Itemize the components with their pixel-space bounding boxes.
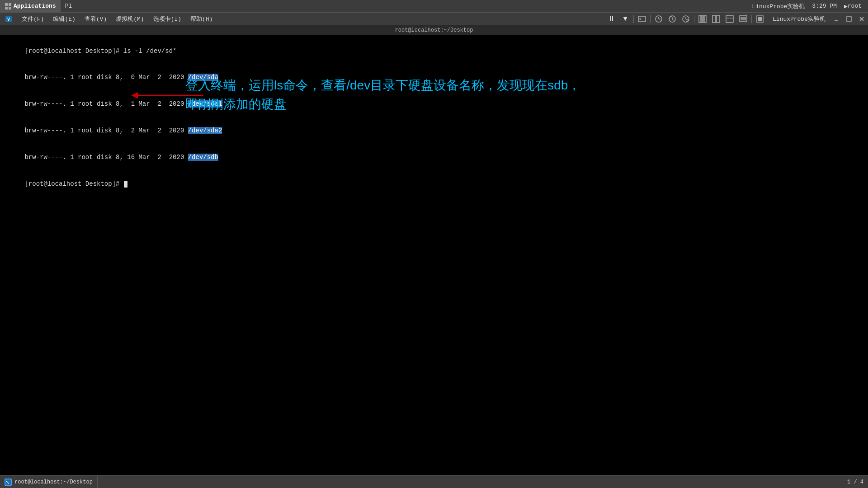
places-menu[interactable]: Pl	[61, 0, 77, 13]
maximize-button[interactable]	[843, 13, 855, 25]
terminal-content[interactable]: [root@localhost Desktop]# ls -l /dev/sd*…	[0, 35, 868, 488]
terminal-output-4: brw-rw----. 1 root disk 8, 16 Mar 2 2020…	[2, 144, 866, 171]
minimize-button[interactable]	[830, 13, 843, 25]
svg-line-14	[672, 19, 674, 20]
terminal-window: V 文件(F) 编辑(E) 查看(V) 虚拟机(M) 选项卡(I) 帮助(H) …	[0, 13, 868, 488]
svg-rect-19	[700, 16, 705, 22]
bottom-bar-right: 1 / 4	[843, 479, 868, 485]
terminal-line-1: [root@localhost Desktop]# ls -l /dev/sd*	[2, 38, 866, 65]
terminal-titlebar: V 文件(F) 编辑(E) 查看(V) 虚拟机(M) 选项卡(I) 帮助(H) …	[0, 13, 868, 25]
terminal-cursor	[124, 181, 127, 188]
svg-rect-28	[835, 20, 838, 21]
svg-text:V: V	[7, 17, 10, 22]
applications-icon	[5, 3, 12, 10]
view3-button[interactable]	[723, 14, 736, 24]
snapshot-button[interactable]	[652, 14, 665, 24]
svg-rect-21	[717, 15, 720, 23]
view2-button[interactable]	[710, 14, 722, 24]
svg-rect-1	[9, 3, 11, 6]
close-button[interactable]	[855, 13, 868, 25]
svg-rect-27	[758, 17, 762, 21]
toolbar-sep4	[751, 15, 752, 23]
terminal-menu-help[interactable]: 帮助(H)	[186, 13, 217, 25]
svg-rect-25	[741, 17, 746, 20]
taskbar-terminal-label: root@localhost:~/Desktop	[14, 479, 93, 485]
taskbar-terminal[interactable]: root@localhost:~/Desktop	[0, 476, 98, 488]
svg-rect-2	[5, 7, 8, 9]
terminal-vmware-icon[interactable]: V	[0, 13, 17, 25]
terminal-menu-tabs[interactable]: 选项卡(I)	[149, 13, 186, 25]
svg-rect-22	[726, 15, 733, 23]
terminal-menu-file[interactable]: 文件(F)	[17, 13, 48, 25]
terminal-menu-edit[interactable]: 编辑(E)	[48, 13, 80, 25]
pause-button[interactable]: ⏸	[605, 14, 618, 24]
svg-rect-0	[5, 3, 8, 6]
places-label: Pl	[65, 3, 72, 9]
toolbar-sep2	[650, 15, 651, 23]
terminal-output-3: brw-rw----. 1 root disk 8, 2 Mar 2 2020 …	[2, 117, 866, 144]
terminal-line-2: [root@localhost Desktop]#	[2, 171, 866, 197]
pause-dropdown[interactable]: ▼	[619, 14, 632, 24]
bottom-taskbar: root@localhost:~/Desktop 1 / 4	[0, 475, 868, 488]
send-cad-button[interactable]	[636, 14, 648, 24]
svg-rect-29	[847, 17, 851, 21]
terminal-toolbar: ⏸ ▼	[604, 13, 768, 25]
terminal-output-2: brw-rw----. 1 root disk 8, 1 Mar 2 2020 …	[2, 91, 866, 118]
terminal-title: root@localhost:~/Desktop	[395, 27, 473, 33]
toolbar-sep1	[633, 15, 634, 23]
top-system-bar: Applications Pl LinuxProbe实验机 3:29 PM ▶ …	[0, 0, 868, 13]
top-bar-left: Applications Pl	[0, 0, 76, 13]
page-indicator: 1 / 4	[847, 479, 863, 485]
terminal-taskbar-icon	[5, 479, 12, 486]
machine-name: LinuxProbe实验机	[749, 0, 807, 13]
terminal-menu-bar: V 文件(F) 编辑(E) 查看(V) 虚拟机(M) 选项卡(I) 帮助(H)	[0, 13, 217, 25]
snapshot3-button[interactable]	[679, 14, 692, 24]
terminal-menu-vm[interactable]: 虚拟机(M)	[111, 13, 148, 25]
fullscreen-button[interactable]	[754, 14, 766, 24]
applications-menu[interactable]: Applications	[0, 0, 61, 13]
toolbar-sep3	[694, 15, 694, 23]
applications-label: Applications	[14, 3, 56, 9]
terminal-machine-name: LinuxProbe实验机	[768, 15, 830, 23]
terminal-menu-view[interactable]: 查看(V)	[80, 13, 111, 25]
svg-rect-3	[9, 7, 11, 9]
terminal-window-controls	[830, 13, 868, 25]
view1-button[interactable]	[696, 14, 709, 24]
terminal-output-1: brw-rw----. 1 root disk 8, 0 Mar 2 2020 …	[2, 65, 866, 91]
svg-line-17	[686, 19, 688, 20]
svg-rect-20	[712, 15, 716, 23]
view4-button[interactable]	[737, 14, 750, 24]
bottom-bar-left: root@localhost:~/Desktop	[0, 476, 98, 488]
terminal-tab-bar: root@localhost:~/Desktop	[0, 25, 868, 35]
user-display: ▶ root	[841, 0, 864, 13]
svg-rect-34	[5, 479, 11, 485]
snapshot2-button[interactable]	[666, 14, 679, 24]
top-bar-right: LinuxProbe实验机 3:29 PM ▶ root	[749, 0, 868, 13]
time-display: 3:29 PM	[809, 0, 840, 13]
